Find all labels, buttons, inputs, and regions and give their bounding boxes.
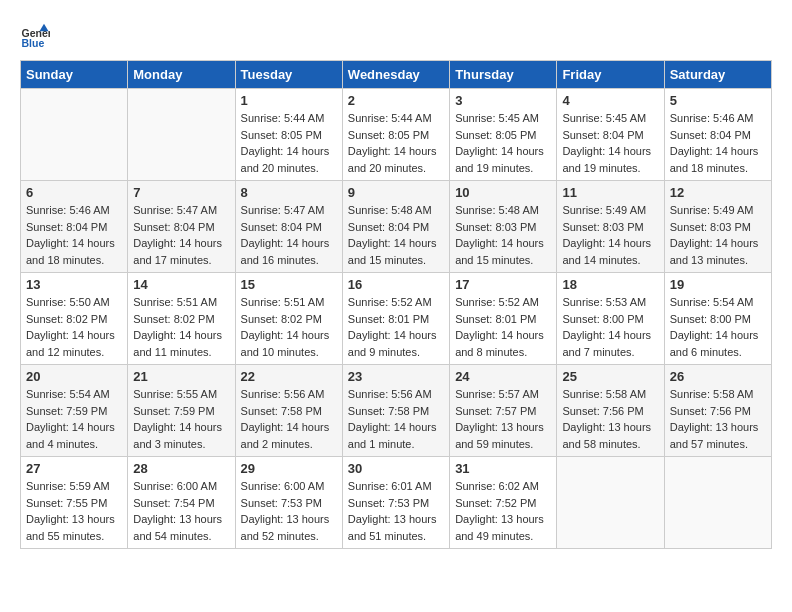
calendar-cell: 20Sunrise: 5:54 AMSunset: 7:59 PMDayligh… bbox=[21, 365, 128, 457]
day-header-friday: Friday bbox=[557, 61, 664, 89]
day-number: 4 bbox=[562, 93, 658, 108]
calendar-cell: 31Sunrise: 6:02 AMSunset: 7:52 PMDayligh… bbox=[450, 457, 557, 549]
calendar-cell: 22Sunrise: 5:56 AMSunset: 7:58 PMDayligh… bbox=[235, 365, 342, 457]
day-number: 14 bbox=[133, 277, 229, 292]
day-number: 26 bbox=[670, 369, 766, 384]
calendar-cell: 5Sunrise: 5:46 AMSunset: 8:04 PMDaylight… bbox=[664, 89, 771, 181]
svg-text:Blue: Blue bbox=[22, 37, 45, 49]
calendar-cell: 3Sunrise: 5:45 AMSunset: 8:05 PMDaylight… bbox=[450, 89, 557, 181]
day-info: Sunrise: 5:52 AMSunset: 8:01 PMDaylight:… bbox=[348, 294, 444, 360]
calendar-cell: 9Sunrise: 5:48 AMSunset: 8:04 PMDaylight… bbox=[342, 181, 449, 273]
calendar-cell: 25Sunrise: 5:58 AMSunset: 7:56 PMDayligh… bbox=[557, 365, 664, 457]
calendar-cell: 6Sunrise: 5:46 AMSunset: 8:04 PMDaylight… bbox=[21, 181, 128, 273]
day-header-monday: Monday bbox=[128, 61, 235, 89]
day-info: Sunrise: 5:53 AMSunset: 8:00 PMDaylight:… bbox=[562, 294, 658, 360]
day-number: 12 bbox=[670, 185, 766, 200]
calendar-cell: 12Sunrise: 5:49 AMSunset: 8:03 PMDayligh… bbox=[664, 181, 771, 273]
day-info: Sunrise: 5:58 AMSunset: 7:56 PMDaylight:… bbox=[670, 386, 766, 452]
calendar-cell: 4Sunrise: 5:45 AMSunset: 8:04 PMDaylight… bbox=[557, 89, 664, 181]
day-number: 10 bbox=[455, 185, 551, 200]
calendar-header: SundayMondayTuesdayWednesdayThursdayFrid… bbox=[21, 61, 772, 89]
day-info: Sunrise: 6:01 AMSunset: 7:53 PMDaylight:… bbox=[348, 478, 444, 544]
day-number: 30 bbox=[348, 461, 444, 476]
calendar-cell bbox=[557, 457, 664, 549]
day-info: Sunrise: 5:44 AMSunset: 8:05 PMDaylight:… bbox=[348, 110, 444, 176]
day-info: Sunrise: 5:47 AMSunset: 8:04 PMDaylight:… bbox=[133, 202, 229, 268]
day-header-tuesday: Tuesday bbox=[235, 61, 342, 89]
calendar-cell bbox=[128, 89, 235, 181]
day-info: Sunrise: 5:51 AMSunset: 8:02 PMDaylight:… bbox=[133, 294, 229, 360]
day-info: Sunrise: 5:58 AMSunset: 7:56 PMDaylight:… bbox=[562, 386, 658, 452]
logo-icon: General Blue bbox=[20, 20, 50, 50]
calendar-cell: 10Sunrise: 5:48 AMSunset: 8:03 PMDayligh… bbox=[450, 181, 557, 273]
day-info: Sunrise: 6:00 AMSunset: 7:53 PMDaylight:… bbox=[241, 478, 337, 544]
day-number: 19 bbox=[670, 277, 766, 292]
day-header-sunday: Sunday bbox=[21, 61, 128, 89]
day-header-wednesday: Wednesday bbox=[342, 61, 449, 89]
day-number: 5 bbox=[670, 93, 766, 108]
day-info: Sunrise: 5:45 AMSunset: 8:05 PMDaylight:… bbox=[455, 110, 551, 176]
day-header-thursday: Thursday bbox=[450, 61, 557, 89]
day-info: Sunrise: 5:47 AMSunset: 8:04 PMDaylight:… bbox=[241, 202, 337, 268]
day-info: Sunrise: 5:50 AMSunset: 8:02 PMDaylight:… bbox=[26, 294, 122, 360]
calendar-cell: 16Sunrise: 5:52 AMSunset: 8:01 PMDayligh… bbox=[342, 273, 449, 365]
day-info: Sunrise: 5:48 AMSunset: 8:03 PMDaylight:… bbox=[455, 202, 551, 268]
calendar-cell: 17Sunrise: 5:52 AMSunset: 8:01 PMDayligh… bbox=[450, 273, 557, 365]
day-info: Sunrise: 5:45 AMSunset: 8:04 PMDaylight:… bbox=[562, 110, 658, 176]
day-number: 24 bbox=[455, 369, 551, 384]
day-header-saturday: Saturday bbox=[664, 61, 771, 89]
calendar-cell: 14Sunrise: 5:51 AMSunset: 8:02 PMDayligh… bbox=[128, 273, 235, 365]
day-info: Sunrise: 5:51 AMSunset: 8:02 PMDaylight:… bbox=[241, 294, 337, 360]
calendar-cell: 11Sunrise: 5:49 AMSunset: 8:03 PMDayligh… bbox=[557, 181, 664, 273]
week-row-5: 27Sunrise: 5:59 AMSunset: 7:55 PMDayligh… bbox=[21, 457, 772, 549]
calendar-cell: 21Sunrise: 5:55 AMSunset: 7:59 PMDayligh… bbox=[128, 365, 235, 457]
day-info: Sunrise: 5:44 AMSunset: 8:05 PMDaylight:… bbox=[241, 110, 337, 176]
week-row-1: 1Sunrise: 5:44 AMSunset: 8:05 PMDaylight… bbox=[21, 89, 772, 181]
day-number: 11 bbox=[562, 185, 658, 200]
day-number: 27 bbox=[26, 461, 122, 476]
week-row-4: 20Sunrise: 5:54 AMSunset: 7:59 PMDayligh… bbox=[21, 365, 772, 457]
day-info: Sunrise: 6:02 AMSunset: 7:52 PMDaylight:… bbox=[455, 478, 551, 544]
calendar-body: 1Sunrise: 5:44 AMSunset: 8:05 PMDaylight… bbox=[21, 89, 772, 549]
day-number: 15 bbox=[241, 277, 337, 292]
calendar-cell: 1Sunrise: 5:44 AMSunset: 8:05 PMDaylight… bbox=[235, 89, 342, 181]
day-number: 22 bbox=[241, 369, 337, 384]
day-info: Sunrise: 5:57 AMSunset: 7:57 PMDaylight:… bbox=[455, 386, 551, 452]
calendar-cell: 27Sunrise: 5:59 AMSunset: 7:55 PMDayligh… bbox=[21, 457, 128, 549]
calendar-table: SundayMondayTuesdayWednesdayThursdayFrid… bbox=[20, 60, 772, 549]
day-number: 8 bbox=[241, 185, 337, 200]
calendar-cell: 13Sunrise: 5:50 AMSunset: 8:02 PMDayligh… bbox=[21, 273, 128, 365]
calendar-cell: 18Sunrise: 5:53 AMSunset: 8:00 PMDayligh… bbox=[557, 273, 664, 365]
day-info: Sunrise: 5:46 AMSunset: 8:04 PMDaylight:… bbox=[670, 110, 766, 176]
calendar-cell: 30Sunrise: 6:01 AMSunset: 7:53 PMDayligh… bbox=[342, 457, 449, 549]
day-number: 6 bbox=[26, 185, 122, 200]
week-row-2: 6Sunrise: 5:46 AMSunset: 8:04 PMDaylight… bbox=[21, 181, 772, 273]
calendar-cell: 19Sunrise: 5:54 AMSunset: 8:00 PMDayligh… bbox=[664, 273, 771, 365]
day-info: Sunrise: 5:55 AMSunset: 7:59 PMDaylight:… bbox=[133, 386, 229, 452]
logo: General Blue bbox=[20, 20, 54, 50]
day-info: Sunrise: 5:56 AMSunset: 7:58 PMDaylight:… bbox=[348, 386, 444, 452]
day-info: Sunrise: 5:59 AMSunset: 7:55 PMDaylight:… bbox=[26, 478, 122, 544]
day-number: 3 bbox=[455, 93, 551, 108]
day-info: Sunrise: 6:00 AMSunset: 7:54 PMDaylight:… bbox=[133, 478, 229, 544]
day-info: Sunrise: 5:49 AMSunset: 8:03 PMDaylight:… bbox=[562, 202, 658, 268]
day-number: 16 bbox=[348, 277, 444, 292]
day-number: 7 bbox=[133, 185, 229, 200]
day-number: 1 bbox=[241, 93, 337, 108]
calendar-cell: 29Sunrise: 6:00 AMSunset: 7:53 PMDayligh… bbox=[235, 457, 342, 549]
calendar-cell: 15Sunrise: 5:51 AMSunset: 8:02 PMDayligh… bbox=[235, 273, 342, 365]
calendar-cell: 8Sunrise: 5:47 AMSunset: 8:04 PMDaylight… bbox=[235, 181, 342, 273]
header-row: SundayMondayTuesdayWednesdayThursdayFrid… bbox=[21, 61, 772, 89]
calendar-cell: 23Sunrise: 5:56 AMSunset: 7:58 PMDayligh… bbox=[342, 365, 449, 457]
day-number: 23 bbox=[348, 369, 444, 384]
day-number: 18 bbox=[562, 277, 658, 292]
page-header: General Blue bbox=[20, 20, 772, 50]
day-number: 2 bbox=[348, 93, 444, 108]
calendar-cell bbox=[664, 457, 771, 549]
day-number: 29 bbox=[241, 461, 337, 476]
day-number: 17 bbox=[455, 277, 551, 292]
calendar-cell bbox=[21, 89, 128, 181]
calendar-cell: 28Sunrise: 6:00 AMSunset: 7:54 PMDayligh… bbox=[128, 457, 235, 549]
day-info: Sunrise: 5:54 AMSunset: 7:59 PMDaylight:… bbox=[26, 386, 122, 452]
day-number: 21 bbox=[133, 369, 229, 384]
